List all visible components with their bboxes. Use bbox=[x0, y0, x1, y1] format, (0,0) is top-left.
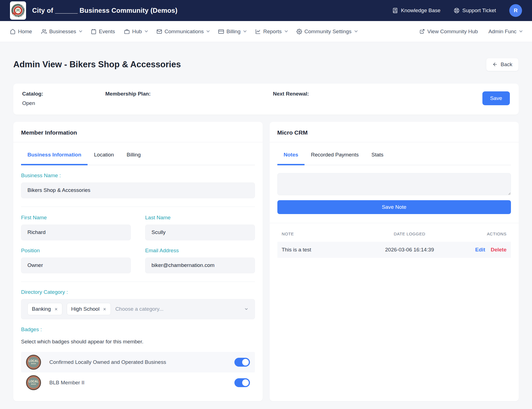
notebook-icon bbox=[392, 8, 398, 13]
category-tag-label: Banking bbox=[32, 306, 51, 312]
nav-label-billing: Billing bbox=[226, 29, 241, 35]
note-input[interactable] bbox=[277, 173, 511, 195]
business-name-label: Business Name : bbox=[21, 173, 255, 179]
home-icon bbox=[10, 29, 16, 34]
member-information-card: Member Information Business Information … bbox=[13, 122, 263, 401]
toggle-knob bbox=[242, 359, 249, 366]
last-name-value: Scully bbox=[152, 229, 166, 235]
badge-label-blb-member: BLB Member II bbox=[49, 380, 85, 386]
nav-label-hub: Hub bbox=[132, 29, 142, 35]
member-info-tabs: Business Information Location Billing bbox=[21, 150, 255, 165]
date-logged-cell: 2026-03-06 16:14:39 bbox=[362, 247, 457, 253]
badge-row-locally-owned: LOCAL BACK Confirmed Locally Owned and O… bbox=[21, 352, 255, 372]
badges-label: Badges : bbox=[21, 326, 255, 333]
avatar-initial: R bbox=[514, 7, 518, 14]
gear-icon bbox=[296, 29, 302, 34]
nav-item-hub[interactable]: Hub bbox=[124, 29, 147, 35]
support-ticket-label: Support Ticket bbox=[462, 7, 496, 14]
badge-toggle-locally-owned[interactable] bbox=[234, 358, 250, 367]
toggle-knob bbox=[242, 379, 249, 386]
delete-note-link[interactable]: Delete bbox=[491, 247, 507, 253]
last-name-label: Last Name bbox=[145, 215, 255, 221]
nav-item-businesses[interactable]: Businesses bbox=[41, 29, 82, 35]
chevron-down-icon bbox=[79, 29, 82, 32]
tab-recorded-payments[interactable]: Recorded Payments bbox=[305, 150, 365, 165]
chevron-down-icon bbox=[145, 29, 148, 32]
nav-label-businesses: Businesses bbox=[49, 29, 76, 35]
remove-tag-icon[interactable] bbox=[54, 307, 58, 311]
nav-item-community-settings[interactable]: Community Settings bbox=[296, 29, 357, 35]
business-name-field[interactable]: Bikers Shop & Accessories bbox=[21, 182, 255, 198]
local-back-badge-icon: LOCAL BACK bbox=[26, 375, 41, 390]
nav-item-billing[interactable]: Billing bbox=[218, 29, 246, 35]
brand-title: City of ______ Business Community (Demos… bbox=[32, 7, 177, 14]
nav-item-home[interactable]: Home bbox=[10, 29, 32, 35]
support-ticket-link[interactable]: Support Ticket bbox=[454, 7, 496, 14]
chevron-down-icon bbox=[207, 29, 210, 32]
tab-stats[interactable]: Stats bbox=[365, 150, 390, 165]
membership-summary-card: Catalog: Open Membership Plan: Next Rene… bbox=[13, 84, 519, 115]
last-name-field[interactable]: Scully bbox=[145, 225, 255, 240]
section-divider bbox=[21, 282, 255, 282]
micro-crm-card: Micro CRM Notes Recorded Payments Stats … bbox=[270, 122, 519, 401]
save-note-button[interactable]: Save Note bbox=[277, 200, 511, 214]
nav-item-communications[interactable]: Communications bbox=[157, 29, 209, 35]
category-tag-label: High School bbox=[71, 306, 99, 312]
category-tag-high-school: High School bbox=[67, 303, 111, 315]
knowledge-base-link[interactable]: Knowledge Base bbox=[392, 7, 441, 14]
view-community-hub-link[interactable]: View Community Hub bbox=[420, 29, 478, 35]
edit-note-link[interactable]: Edit bbox=[475, 247, 485, 253]
category-tag-banking: Banking bbox=[27, 303, 62, 315]
local-back-badge-icon: LOCAL BACK bbox=[26, 355, 41, 370]
position-field[interactable]: Owner bbox=[21, 258, 131, 273]
briefcase-icon bbox=[124, 29, 130, 34]
category-placeholder: Choose a category... bbox=[115, 306, 163, 312]
badge-toggle-blb-member[interactable] bbox=[234, 378, 250, 387]
users-icon bbox=[41, 29, 47, 34]
admin-func-menu[interactable]: Admin Func bbox=[488, 29, 522, 35]
nav-label-home: Home bbox=[18, 29, 32, 35]
arrow-left-icon bbox=[492, 62, 498, 67]
community-logo[interactable]: FIND LOCALS HERE bbox=[10, 1, 26, 20]
table-row: This is a test 2026-03-06 16:14:39 Edit … bbox=[277, 242, 511, 258]
nav-item-reports[interactable]: Reports bbox=[255, 29, 287, 35]
tab-billing[interactable]: Billing bbox=[120, 150, 147, 165]
first-name-field[interactable]: Richard bbox=[21, 225, 131, 240]
main-nav: Home Businesses Events Hub Communication… bbox=[0, 21, 532, 42]
tab-location[interactable]: Location bbox=[88, 150, 120, 165]
remove-tag-icon[interactable] bbox=[103, 307, 106, 311]
user-avatar[interactable]: R bbox=[509, 4, 522, 17]
view-community-hub-label: View Community Hub bbox=[427, 29, 478, 35]
email-label: Email Address bbox=[145, 248, 255, 254]
chevron-down-icon bbox=[519, 29, 522, 32]
email-field[interactable]: biker@chambernation.com bbox=[145, 258, 255, 273]
back-button[interactable]: Back bbox=[486, 58, 519, 71]
nav-label-events: Events bbox=[99, 29, 115, 35]
section-divider bbox=[21, 207, 255, 207]
position-label: Position bbox=[21, 248, 131, 254]
note-column-header: NOTE bbox=[282, 231, 363, 236]
chevron-down-icon bbox=[285, 29, 288, 32]
section-divider bbox=[270, 223, 519, 223]
chevron-down-icon bbox=[243, 29, 246, 32]
credit-card-icon bbox=[218, 29, 224, 34]
lifebuoy-icon bbox=[454, 8, 459, 13]
save-button[interactable]: Save bbox=[482, 91, 510, 105]
chevron-down-icon bbox=[244, 307, 249, 311]
micro-crm-tabs: Notes Recorded Payments Stats bbox=[277, 150, 511, 165]
note-cell: This is a test bbox=[282, 247, 363, 253]
tab-notes[interactable]: Notes bbox=[277, 150, 305, 165]
badges-help-text: Select which badges should appear for th… bbox=[21, 339, 255, 345]
nav-label-community-settings: Community Settings bbox=[305, 29, 352, 35]
first-name-label: First Name bbox=[21, 215, 131, 221]
chart-icon bbox=[255, 29, 261, 34]
notes-table: NOTE DATE LOGGED ACTIONS This is a test … bbox=[277, 231, 511, 258]
directory-category-label: Directory Category : bbox=[21, 289, 255, 295]
notes-table-header: NOTE DATE LOGGED ACTIONS bbox=[277, 231, 511, 242]
nav-item-events[interactable]: Events bbox=[91, 29, 115, 35]
date-logged-column-header: DATE LOGGED bbox=[362, 231, 457, 236]
tab-business-information[interactable]: Business Information bbox=[21, 150, 88, 165]
directory-category-select[interactable]: Banking High School Choose a category... bbox=[21, 299, 255, 319]
membership-plan-label: Membership Plan: bbox=[105, 91, 273, 97]
mail-icon bbox=[157, 29, 162, 34]
